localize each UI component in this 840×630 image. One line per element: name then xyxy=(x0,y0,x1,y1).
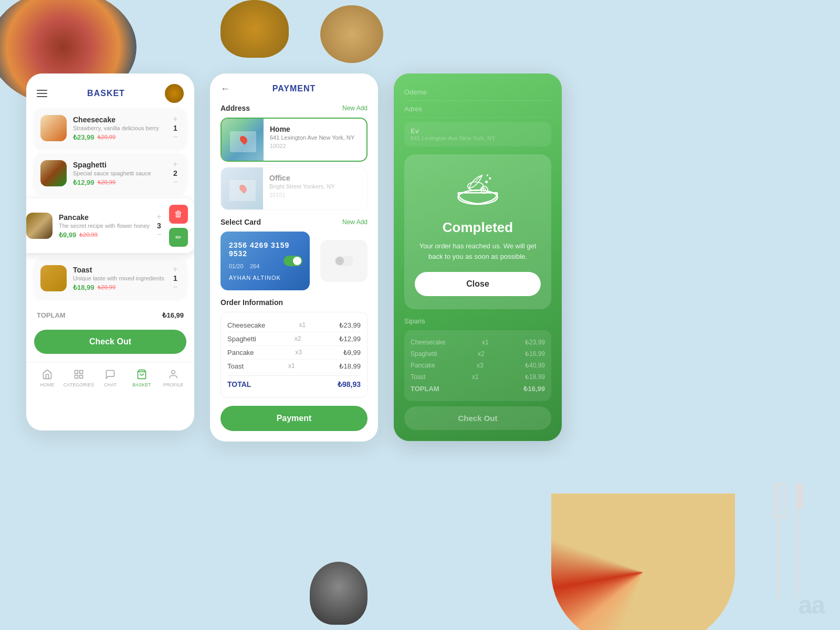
item-qty: + 2 − xyxy=(171,160,180,187)
credit-card[interactable]: 2356 4269 3159 9532 01/20 264 AYHAN ALTI… xyxy=(220,232,310,290)
nav-chat[interactable]: CHAT xyxy=(94,369,126,387)
toggle-switch-off[interactable] xyxy=(334,256,353,266)
chat-icon xyxy=(104,369,116,380)
order-item-qty: x1 xyxy=(288,362,295,370)
back-button[interactable]: ← xyxy=(220,83,230,94)
nav-profile-label: PROFILE xyxy=(163,382,184,387)
summary-item-price: ₺40,99 xyxy=(525,362,545,369)
address-card-home[interactable]: Home 641 Lexington Ave New York, NY 1002… xyxy=(220,118,368,162)
card-name: AYHAN ALTINOK xyxy=(229,275,301,281)
item-price: ₺23,99 xyxy=(73,133,94,141)
address-info: Office Bright Street Yonkers, NY 10101 xyxy=(263,167,367,209)
item-qty: + 1 − xyxy=(171,114,180,142)
item-desc: The secret recipe with flower honey xyxy=(59,223,154,229)
deco-cookie xyxy=(320,5,383,63)
complete-order-summary: Siparis Cheesecake x1 ₺23,99 Spaghetti x… xyxy=(404,317,551,430)
address-zip: 10101 xyxy=(269,192,361,198)
payment-button[interactable]: Payment xyxy=(220,406,368,431)
order-item-price: ₺12,99 xyxy=(339,335,361,343)
menu-icon[interactable] xyxy=(37,90,47,97)
item-name: Pancake xyxy=(59,213,154,222)
nav-basket[interactable]: BASKET xyxy=(126,369,158,387)
item-price: ₺12,99 xyxy=(73,178,94,186)
summary-item-name: Pancake xyxy=(411,362,435,369)
item-name: Spaghetti xyxy=(73,161,171,169)
summary-item-qty: x1 xyxy=(472,373,479,381)
map-pin xyxy=(238,183,248,194)
item-actions: 🗑 ✏ xyxy=(169,205,188,247)
summary-row: Spaghetti x2 ₺16,99 xyxy=(411,348,545,360)
edit-btn[interactable]: ✏ xyxy=(169,228,188,247)
qty-plus-btn[interactable]: + xyxy=(171,265,180,274)
new-address-btn[interactable]: New Add xyxy=(342,104,368,112)
order-info-label: Order Information xyxy=(220,298,283,307)
item-info: Toast Unique taste with mixed ingredient… xyxy=(73,266,171,291)
qty-value: 1 xyxy=(173,274,177,282)
item-name: Toast xyxy=(73,266,171,274)
home-icon xyxy=(41,369,53,380)
item-info: Cheesecake Strawberry, vanilla delicious… xyxy=(73,116,171,141)
total-amount: ₺16,99 xyxy=(162,311,184,319)
complete-checkout-button[interactable]: Check Out xyxy=(404,406,551,430)
qty-minus-btn[interactable]: − xyxy=(171,282,180,292)
nav-profile[interactable]: PROFILE xyxy=(158,369,189,387)
delete-btn[interactable]: 🗑 xyxy=(169,205,188,224)
grid-icon xyxy=(73,369,85,380)
qty-minus-btn[interactable]: − xyxy=(154,230,164,239)
card-toggle[interactable] xyxy=(284,256,302,266)
summary-item-price: ₺18,99 xyxy=(525,373,545,381)
qty-plus-btn[interactable]: + xyxy=(171,114,180,124)
basket-item: Spaghetti Special sauce spaghetti sauce … xyxy=(34,153,186,193)
order-row: Pancake x3 ₺9,99 xyxy=(227,346,361,360)
deco-muffin xyxy=(220,0,289,58)
nav-categories[interactable]: CATEGORIES xyxy=(63,369,94,387)
address-street: 641 Lexington Ave New York, NY xyxy=(270,134,360,141)
summary-row: Cheesecake x1 ₺23,99 xyxy=(411,337,545,348)
address-card-office[interactable]: Office Bright Street Yonkers, NY 10101 xyxy=(220,167,368,210)
svg-rect-2 xyxy=(75,375,78,379)
summary-row: Pancake x3 ₺40,99 xyxy=(411,360,545,371)
toggle-knob xyxy=(293,257,301,265)
nav-home[interactable]: HOME xyxy=(32,369,63,387)
new-card-btn[interactable]: New Add xyxy=(342,218,368,226)
card-section: Select Card New Add 2356 4269 3159 9532 … xyxy=(220,218,368,290)
ev-address: 641 Lexington Ave New York, NY xyxy=(411,135,545,141)
summary-item-qty: x2 xyxy=(478,350,485,358)
order-total-row: TOTAL ₺98,93 xyxy=(227,375,361,391)
basket-item-active: Pancake The secret recipe with flower ho… xyxy=(26,198,194,253)
deco-soda xyxy=(310,562,368,625)
card-cvv: 264 xyxy=(250,263,259,269)
summary-total-row: TOPLAM ₺16,99 xyxy=(411,383,545,395)
summary-item-name: Toast xyxy=(411,373,426,381)
total-label: TOPLAM xyxy=(37,311,66,319)
basket-screen: BASKET Cheesecake Strawberry, vanilla de… xyxy=(26,74,194,430)
order-info: Order Information Cheesecake x1 ₺23,99 S… xyxy=(220,298,368,398)
knife-icon xyxy=(796,483,798,598)
total-row: TOPLAM ₺16,99 xyxy=(26,303,194,322)
bottom-nav: HOME CATEGORIES CHAT BASKET xyxy=(26,362,194,392)
toggle-switch[interactable] xyxy=(284,256,302,266)
deco-pizza xyxy=(551,494,735,630)
item-price: ₺9,99 xyxy=(59,231,76,239)
order-item-qty: x3 xyxy=(295,349,302,356)
qty-plus-btn[interactable]: + xyxy=(171,160,180,169)
item-price: ₺18,99 xyxy=(73,284,94,291)
item-desc: Unique taste with mixed ingredients xyxy=(73,275,171,281)
completed-card: Completed Your order has reached us. We … xyxy=(404,154,551,309)
card-section-header: Select Card New Add xyxy=(220,218,368,226)
order-row: Spaghetti x2 ₺12,99 xyxy=(227,332,361,346)
complete-inner: Odeme Adres Ev 641 Lexington Ave New Yor… xyxy=(394,74,562,440)
item-image xyxy=(40,265,67,291)
map-thumbnail xyxy=(222,119,264,161)
checkout-button[interactable]: Check Out xyxy=(34,330,186,354)
complete-screen: Odeme Adres Ev 641 Lexington Ave New Yor… xyxy=(394,74,562,441)
qty-plus-btn[interactable]: + xyxy=(154,212,164,222)
item-old-price: ₺20,99 xyxy=(79,232,98,238)
toplam-label: TOPLAM xyxy=(411,385,439,393)
map-thumbnail xyxy=(221,167,263,209)
summary-item-name: Spaghetti xyxy=(411,350,437,358)
qty-minus-btn[interactable]: − xyxy=(171,177,180,187)
close-button[interactable]: Close xyxy=(415,272,541,296)
qty-minus-btn[interactable]: − xyxy=(171,132,180,142)
nav-categories-label: CATEGORIES xyxy=(64,382,94,387)
